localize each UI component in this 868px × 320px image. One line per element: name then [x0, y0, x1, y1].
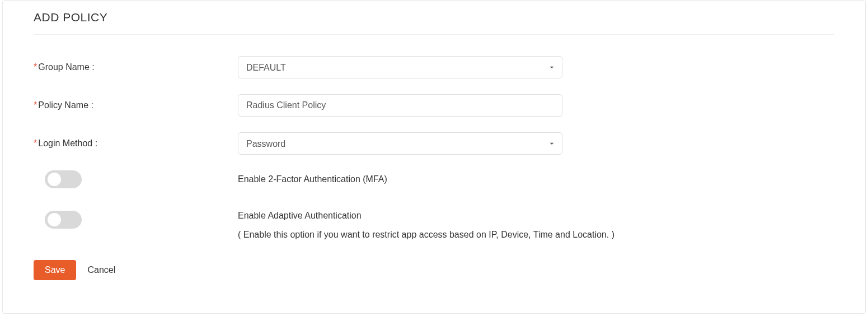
login-method-select[interactable]: Password	[238, 132, 562, 155]
toggle-slider-icon	[45, 170, 82, 188]
row-login-method: * Login Method : Password	[34, 132, 834, 155]
adaptive-hint: ( Enable this option if you want to rest…	[238, 230, 834, 240]
button-row: Save Cancel	[34, 260, 834, 280]
page-title: ADD POLICY	[34, 11, 834, 24]
adaptive-text-col: Enable Adaptive Authentication ( Enable …	[238, 211, 834, 240]
label-text: Login Method :	[38, 138, 97, 149]
policy-name-input[interactable]	[238, 94, 562, 117]
toggle-col-adaptive	[34, 211, 238, 229]
label-group-name: * Group Name :	[34, 62, 238, 72]
toggle-slider-icon	[45, 211, 82, 229]
divider	[34, 34, 834, 35]
row-group-name: * Group Name : DEFAULT	[34, 56, 834, 78]
label-policy-name: * Policy Name :	[34, 100, 238, 110]
save-button[interactable]: Save	[34, 260, 76, 280]
field-login-method: Password	[238, 132, 562, 155]
field-group-name: DEFAULT	[238, 56, 562, 78]
row-mfa: Enable 2-Factor Authentication (MFA)	[34, 170, 834, 188]
required-star: *	[34, 62, 37, 72]
required-star: *	[34, 100, 37, 110]
mfa-toggle[interactable]	[45, 170, 82, 188]
toggle-col-mfa	[34, 170, 238, 188]
group-name-select[interactable]: DEFAULT	[238, 56, 562, 78]
adaptive-label: Enable Adaptive Authentication	[238, 211, 834, 221]
required-star: *	[34, 138, 37, 149]
row-adaptive: Enable Adaptive Authentication ( Enable …	[34, 211, 834, 240]
label-text: Group Name :	[38, 62, 94, 72]
adaptive-toggle[interactable]	[45, 211, 82, 229]
mfa-label: Enable 2-Factor Authentication (MFA)	[238, 174, 834, 184]
label-login-method: * Login Method :	[34, 138, 238, 149]
cancel-button[interactable]: Cancel	[87, 265, 115, 275]
add-policy-panel: ADD POLICY * Group Name : DEFAULT * Poli…	[2, 0, 866, 314]
label-text: Policy Name :	[38, 100, 93, 110]
row-policy-name: * Policy Name :	[34, 94, 834, 117]
field-policy-name	[238, 94, 562, 117]
